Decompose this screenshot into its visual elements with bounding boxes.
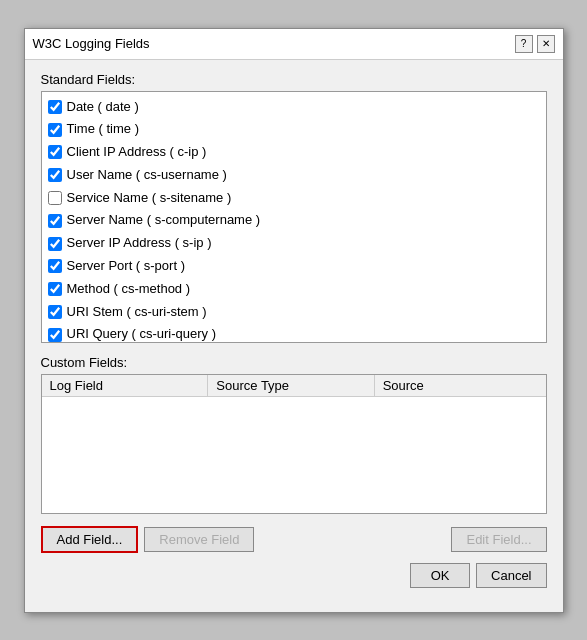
standard-field-item: Date ( date ) — [46, 96, 542, 119]
standard-field-label-client-ip[interactable]: Client IP Address ( c-ip ) — [67, 142, 207, 163]
standard-field-item: User Name ( cs-username ) — [46, 164, 542, 187]
standard-field-item: Method ( cs-method ) — [46, 278, 542, 301]
action-buttons-row: Add Field... Remove Field Edit Field... — [41, 526, 547, 553]
bottom-buttons-row: OK Cancel — [41, 563, 547, 600]
standard-field-checkbox-time[interactable] — [48, 123, 62, 137]
col-header-0: Log Field — [42, 375, 208, 397]
standard-field-checkbox-uri-query[interactable] — [48, 328, 62, 342]
standard-field-checkbox-server-port[interactable] — [48, 259, 62, 273]
standard-field-label-username[interactable]: User Name ( cs-username ) — [67, 165, 227, 186]
dialog-body: Standard Fields: Date ( date )Time ( tim… — [25, 60, 563, 612]
standard-field-item: URI Stem ( cs-uri-stem ) — [46, 301, 542, 324]
standard-field-label-date[interactable]: Date ( date ) — [67, 97, 139, 118]
add-field-button[interactable]: Add Field... — [41, 526, 139, 553]
standard-field-checkbox-sitename[interactable] — [48, 191, 62, 205]
standard-field-item: Server Port ( s-port ) — [46, 255, 542, 278]
custom-fields-table-container[interactable]: Log FieldSource TypeSource — [41, 374, 547, 514]
standard-field-checkbox-uri-stem[interactable] — [48, 305, 62, 319]
cancel-button[interactable]: Cancel — [476, 563, 546, 588]
standard-field-item: Time ( time ) — [46, 118, 542, 141]
standard-field-label-computername[interactable]: Server Name ( s-computername ) — [67, 210, 261, 231]
ok-button[interactable]: OK — [410, 563, 470, 588]
standard-field-label-uri-query[interactable]: URI Query ( cs-uri-query ) — [67, 324, 217, 342]
standard-fields-label: Standard Fields: — [41, 72, 547, 87]
col-header-2: Source — [374, 375, 545, 397]
help-button[interactable]: ? — [515, 35, 533, 53]
standard-field-item: Service Name ( s-sitename ) — [46, 187, 542, 210]
standard-field-item: Server Name ( s-computername ) — [46, 209, 542, 232]
standard-field-item: URI Query ( cs-uri-query ) — [46, 323, 542, 342]
close-button[interactable]: ✕ — [537, 35, 555, 53]
standard-field-checkbox-client-ip[interactable] — [48, 145, 62, 159]
standard-field-label-server-ip[interactable]: Server IP Address ( s-ip ) — [67, 233, 212, 254]
standard-fields-inner: Date ( date )Time ( time )Client IP Addr… — [42, 92, 546, 343]
standard-field-checkbox-method[interactable] — [48, 282, 62, 296]
standard-field-checkbox-username[interactable] — [48, 168, 62, 182]
standard-field-item: Server IP Address ( s-ip ) — [46, 232, 542, 255]
standard-field-label-sitename[interactable]: Service Name ( s-sitename ) — [67, 188, 232, 209]
custom-fields-label: Custom Fields: — [41, 355, 547, 370]
standard-field-checkbox-computername[interactable] — [48, 214, 62, 228]
remove-field-button[interactable]: Remove Field — [144, 527, 254, 552]
custom-fields-table: Log FieldSource TypeSource — [42, 375, 546, 397]
standard-field-label-method[interactable]: Method ( cs-method ) — [67, 279, 191, 300]
standard-field-label-uri-stem[interactable]: URI Stem ( cs-uri-stem ) — [67, 302, 207, 323]
standard-field-item: Client IP Address ( c-ip ) — [46, 141, 542, 164]
dialog-title: W3C Logging Fields — [33, 36, 150, 51]
standard-fields-list[interactable]: Date ( date )Time ( time )Client IP Addr… — [41, 91, 547, 343]
title-controls: ? ✕ — [515, 35, 555, 53]
standard-field-checkbox-date[interactable] — [48, 100, 62, 114]
edit-field-button[interactable]: Edit Field... — [451, 527, 546, 552]
w3c-logging-dialog: W3C Logging Fields ? ✕ Standard Fields: … — [24, 28, 564, 613]
standard-field-checkbox-server-ip[interactable] — [48, 237, 62, 251]
standard-field-label-server-port[interactable]: Server Port ( s-port ) — [67, 256, 185, 277]
col-header-1: Source Type — [208, 375, 374, 397]
custom-fields-header: Log FieldSource TypeSource — [42, 375, 546, 397]
standard-field-label-time[interactable]: Time ( time ) — [67, 119, 139, 140]
title-bar: W3C Logging Fields ? ✕ — [25, 29, 563, 60]
